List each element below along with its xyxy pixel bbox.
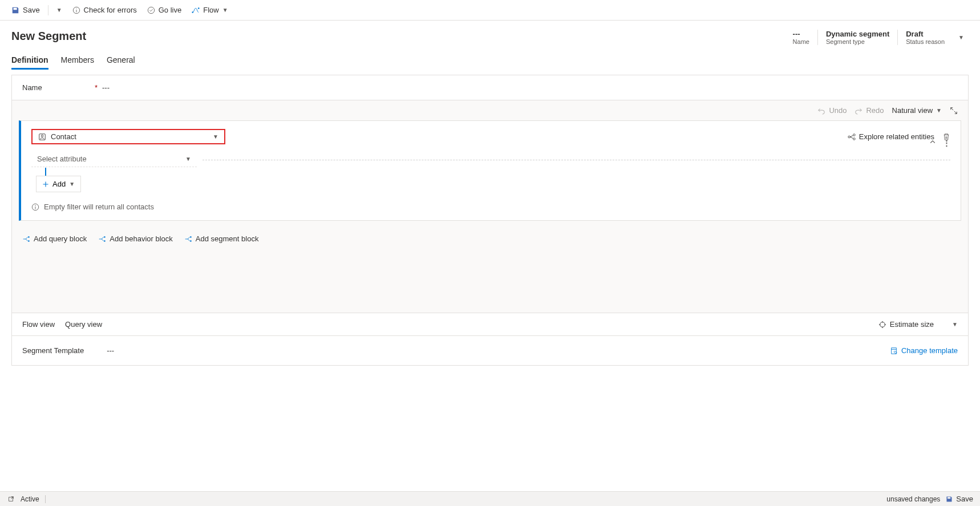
meta-segment-type-label: Segment type [826, 38, 889, 45]
svg-point-16 [190, 240, 192, 242]
chevron-up-icon [929, 139, 936, 145]
query-block: Contact ▼ Explore related entities [19, 120, 961, 221]
edit-icon [890, 347, 898, 355]
builder-area: Undo Redo Natural view ▼ [12, 100, 968, 365]
query-view-link[interactable]: Query view [65, 320, 102, 329]
plus-icon [42, 181, 49, 188]
select-attribute-dropdown[interactable]: Select attribute ▼ [31, 151, 197, 167]
entity-label: Contact [51, 132, 76, 141]
undo-button[interactable]: Undo [817, 106, 847, 115]
svg-point-1 [148, 7, 154, 13]
target-icon [878, 321, 886, 329]
chevron-down-icon: ▼ [952, 321, 958, 327]
flow-branch-icon [184, 235, 192, 243]
attribute-row-container: Select attribute ▼ ⋮ [31, 151, 950, 168]
connector-line [45, 168, 950, 176]
entity-dropdown[interactable]: Contact ▼ [31, 129, 225, 144]
svg-point-8 [853, 137, 855, 140]
save-dropdown[interactable]: ▼ [52, 5, 67, 15]
flow-icon [192, 6, 200, 14]
flow-button[interactable]: Flow ▼ [187, 3, 232, 17]
tab-members[interactable]: Members [61, 52, 94, 70]
check-errors-button[interactable]: Check for errors [68, 3, 141, 17]
meta-name-label: Name [793, 38, 809, 45]
info-icon [72, 6, 80, 14]
meta-status-reason: Draft Status reason [897, 30, 953, 45]
header-meta: --- Name Dynamic segment Segment type Dr… [785, 30, 969, 45]
check-circle-icon [147, 6, 155, 14]
name-field-label: Name * [22, 83, 102, 92]
empty-filter-hint: Empty filter will return all contacts [31, 203, 950, 211]
add-blocks-row: Add query block Add behavior block Add s… [12, 228, 968, 250]
svg-point-6 [848, 136, 851, 138]
svg-point-12 [28, 240, 30, 242]
save-label: Save [23, 6, 40, 14]
save-icon [946, 496, 953, 503]
command-bar: Save ▼ Check for errors Go live Flow ▼ [0, 0, 980, 21]
required-icon: * [95, 83, 98, 92]
segment-template-value: --- [107, 346, 114, 355]
unsaved-changes-label: unsaved changes [886, 495, 940, 503]
estimate-size-button[interactable]: Estimate size ▼ [878, 320, 958, 329]
collapse-row-button[interactable] [929, 139, 936, 147]
flow-branch-icon [22, 235, 30, 243]
contact-icon [38, 133, 46, 141]
add-query-block[interactable]: Add query block [22, 234, 87, 243]
chevron-down-icon: ▼ [936, 107, 942, 114]
tabs: Definition Members General [11, 52, 969, 70]
flow-view-link[interactable]: Flow view [22, 320, 55, 329]
chevron-down-icon: ▼ [958, 34, 964, 41]
save-button[interactable]: Save [7, 3, 44, 17]
tab-general[interactable]: General [107, 52, 135, 70]
svg-point-17 [880, 322, 885, 327]
check-errors-label: Check for errors [84, 6, 137, 14]
svg-point-5 [41, 135, 43, 137]
flow-branch-icon [98, 235, 106, 243]
chevron-down-icon: ▼ [185, 156, 191, 162]
svg-point-7 [853, 133, 855, 136]
popout-icon[interactable] [7, 495, 15, 503]
dotted-connector [203, 160, 950, 160]
name-field-row: Name * --- [12, 75, 968, 100]
flow-label: Flow [203, 6, 218, 14]
name-field-value[interactable]: --- [102, 83, 110, 92]
meta-name-value: --- [793, 30, 809, 38]
meta-segment-type-value: Dynamic segment [826, 30, 889, 38]
expand-icon [950, 107, 958, 115]
row-more-button[interactable]: ⋮ [943, 139, 950, 147]
svg-point-3 [198, 7, 200, 9]
chevron-down-icon: ▼ [69, 181, 75, 187]
view-footer-row: Flow view Query view Estimate size ▼ [12, 313, 968, 336]
chevron-down-icon: ▼ [213, 133, 218, 140]
add-behavior-block[interactable]: Add behavior block [98, 234, 173, 243]
statusbar-save-button[interactable]: Save [946, 495, 973, 503]
explore-related-link[interactable]: Explore related entities [848, 132, 934, 141]
status-bar: Active unsaved changes Save [0, 491, 980, 506]
template-row: Segment Template --- Change template [12, 336, 968, 365]
meta-status-value: Draft [906, 30, 945, 38]
add-condition-button[interactable]: Add ▼ [36, 176, 81, 192]
meta-status-label: Status reason [906, 38, 945, 45]
page-title: New Segment [11, 30, 86, 43]
header-row: New Segment --- Name Dynamic segment Seg… [11, 30, 969, 45]
redo-button[interactable]: Redo [855, 106, 884, 115]
undo-icon [817, 107, 825, 115]
svg-point-13 [104, 236, 106, 238]
relation-icon [848, 133, 856, 141]
status-label: Active [21, 495, 39, 503]
header-expand[interactable]: ▼ [953, 32, 969, 43]
change-template-link[interactable]: Change template [890, 346, 958, 355]
view-mode-dropdown[interactable]: Natural view ▼ [892, 106, 942, 115]
add-segment-block[interactable]: Add segment block [184, 234, 259, 243]
fullscreen-button[interactable] [950, 107, 958, 115]
tab-definition[interactable]: Definition [11, 52, 48, 70]
chevron-down-icon: ▼ [56, 7, 62, 13]
svg-point-11 [28, 236, 30, 238]
chevron-down-icon: ▼ [222, 7, 228, 13]
svg-point-2 [192, 11, 194, 13]
go-live-button[interactable]: Go live [143, 3, 186, 17]
svg-point-10 [35, 205, 35, 205]
info-icon [31, 203, 39, 211]
svg-point-14 [104, 240, 106, 242]
main-panel: Name * --- Undo Redo Natural view ▼ [11, 75, 969, 366]
